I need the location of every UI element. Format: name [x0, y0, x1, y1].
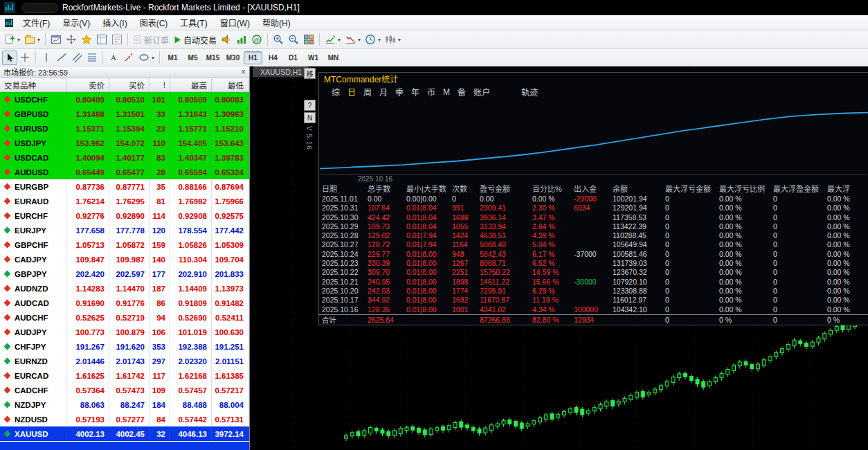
timeframe-mn[interactable]: MN	[324, 51, 343, 64]
menu-item-view[interactable]: 显示(V)	[56, 15, 96, 30]
auto-trading-button[interactable]: 自动交易	[171, 33, 219, 47]
market-watch-row[interactable]: XAUUSD4002.134002.45324046.133972.14	[0, 426, 249, 441]
stats-row[interactable]: 2025.10.29109.730.01|8.0410553133.942.84…	[319, 222, 868, 231]
channel-button[interactable]	[69, 51, 84, 65]
stats-tab-月[interactable]: 月	[379, 86, 388, 98]
objects-button[interactable]: ▾	[343, 33, 363, 47]
mw-column-header-3[interactable]: !	[150, 78, 170, 91]
favorites-button[interactable]	[79, 33, 94, 47]
market-watch-row[interactable]: GBPCHF1.057131.058721591.058261.05309	[0, 237, 249, 252]
menu-item-tools[interactable]: 工具(T)	[174, 15, 213, 30]
stats-row[interactable]: 2025.10.31107.640.01|8.049912909.412.30 …	[319, 204, 868, 213]
zoom-out-button[interactable]	[286, 33, 301, 47]
mw-column-header-4[interactable]: 最高	[170, 78, 212, 91]
stats-tab-M[interactable]: M	[443, 87, 450, 97]
stats-tab-日[interactable]: 日	[347, 86, 356, 98]
new-order-button[interactable]: ▾	[2, 33, 22, 47]
timeframe-m5[interactable]: M5	[183, 51, 202, 64]
menu-item-charts[interactable]: 图表(C)	[134, 15, 174, 30]
market-watch-row[interactable]: AUDUSD0.654490.65477280.655940.65324	[0, 165, 249, 179]
timeframe-h4[interactable]: H4	[264, 51, 282, 64]
stats-row[interactable]: 2025.10.22309.700.01|8.00225115750.2214.…	[319, 268, 868, 277]
market-watch-row[interactable]: EURNZD2.014462.017432972.023202.01151	[0, 354, 249, 368]
chart-tab-xauusd[interactable]: XAUUSD,H1	[253, 66, 309, 77]
menu-item-window[interactable]: 窗口(W)	[214, 15, 256, 30]
market-watch-row[interactable]: USDJPY153.962154.072110154.405153.643	[0, 136, 249, 150]
text-button[interactable]: A	[106, 51, 121, 65]
new-chart-button[interactable]	[48, 33, 64, 47]
stats-tab-周[interactable]: 周	[363, 86, 372, 98]
stats-row[interactable]: 2025.10.20242.030.01|8.0017747295.916.29…	[319, 287, 868, 296]
profiles-button[interactable]: ▾	[22, 33, 42, 47]
market-watch-row[interactable]: USDCAD1.400941.40177831.403471.39783	[0, 150, 249, 165]
stats-row[interactable]: 2025.10.27128.720.01|7.9411645068.485.04…	[319, 240, 868, 249]
tile-windows-button[interactable]	[301, 33, 316, 47]
stats-row[interactable]: 2025.10.28129.020.01|7.9414244638.514.39…	[319, 231, 868, 240]
menu-item-insert[interactable]: 插入(I)	[96, 15, 133, 30]
market-watch-button[interactable]	[94, 33, 109, 47]
indicators-button[interactable]: ▾	[323, 33, 343, 47]
mw-column-header-0[interactable]: 交易品种	[0, 78, 66, 91]
market-watch-row[interactable]: CADCHF0.573640.574731090.574570.57217	[0, 383, 249, 397]
close-icon[interactable]: ×	[241, 68, 246, 76]
market-watch-row[interactable]: USDCHF0.804090.805101010.805090.80083	[0, 92, 249, 107]
stats-tab-季[interactable]: 季	[395, 86, 404, 98]
market-watch-row[interactable]: AUDCHF0.526250.52719940.526900.52411	[0, 310, 249, 325]
mw-column-header-1[interactable]: 卖价	[66, 78, 109, 91]
templates-button[interactable]: ▾	[383, 33, 403, 47]
timeframe-w1[interactable]: W1	[304, 51, 323, 64]
stats-tab-备[interactable]: 备	[458, 86, 466, 98]
market-watch-row[interactable]: EURAUD1.762141.76295811.769821.75966	[0, 194, 249, 208]
stats-tab-币[interactable]: 币	[427, 86, 435, 98]
ea-n-button[interactable]: N	[304, 112, 316, 123]
stats-row[interactable]: 2025.10.21240.950.01|8.00189814611.2215.…	[319, 278, 868, 287]
timeframe-m1[interactable]: M1	[163, 51, 182, 64]
market-watch-row[interactable]: EURJPY177.658177.778120178.554177.442	[0, 223, 249, 237]
navigator-button[interactable]	[64, 33, 79, 47]
stats-row[interactable]: 2025.10.23230.390.01|8.0012678068.716.52…	[319, 259, 868, 268]
terminal-button[interactable]	[234, 33, 249, 47]
stats-tab-综[interactable]: 综	[332, 86, 340, 98]
fibonacci-button[interactable]	[84, 51, 100, 65]
stats-row[interactable]: 2025.10.16128.350.01|8.0010014341.024.34…	[319, 305, 868, 314]
stats-row[interactable]: 2025.10.17344.920.01|8.00169211670.8711.…	[319, 296, 868, 305]
shapes-button[interactable]: ▾	[136, 51, 156, 65]
menu-item-file[interactable]: 文件(F)	[17, 15, 56, 30]
market-watch-row[interactable]: GBPUSD1.314681.31501331.316431.30963	[0, 107, 249, 121]
community-button[interactable]: @	[249, 33, 264, 47]
market-watch-row[interactable]: GBPJPY202.420202.597177202.910201.833	[0, 267, 249, 281]
crosshair-button[interactable]	[17, 51, 33, 65]
data-window-button[interactable]	[109, 33, 125, 47]
ea-help-button[interactable]: ?	[304, 100, 316, 111]
stats-row[interactable]: 2025.10.30424.420.01|8.0416883936.143.47…	[319, 213, 868, 222]
market-watch-row[interactable]: AUDCAD0.916900.91776860.918090.91482	[0, 296, 249, 310]
market-watch-row[interactable]: NZDJPY88.06388.24718488.48888.004	[0, 397, 249, 412]
mw-column-header-2[interactable]: 买价	[109, 78, 150, 91]
stats-tab-年[interactable]: 年	[411, 86, 419, 98]
timeframe-m15[interactable]: M15	[204, 51, 222, 64]
timeframe-m30[interactable]: M30	[224, 51, 242, 64]
stats-tab-账户[interactable]: 账户	[473, 86, 490, 98]
trendline-button[interactable]	[54, 51, 69, 65]
alerts-button[interactable]	[219, 33, 234, 47]
stats-row[interactable]: 2025.10.24229.770.01|8.009485842.436.17 …	[319, 250, 868, 259]
zoom-in-button[interactable]	[271, 33, 286, 47]
market-watch-row[interactable]: EURCHF0.927760.928901140.929080.92575	[0, 208, 249, 223]
stats-tab-轨迹[interactable]: 轨迹	[521, 86, 538, 98]
period-button[interactable]: ▾	[363, 33, 383, 47]
chart-area[interactable]: XAUUSD,H1 移?N V 5.16 MTCommander统计 综日周月季…	[250, 66, 868, 450]
market-watch-row[interactable]: EURGBP0.877360.87771350.881660.87694	[0, 179, 249, 194]
mw-column-header-5[interactable]: 最低	[212, 78, 248, 91]
timeframe-d1[interactable]: D1	[284, 51, 302, 64]
market-watch-row[interactable]: NZDUSD0.571930.57277840.574420.57131	[0, 412, 249, 426]
market-watch-row[interactable]: AUDJPY100.773100.879106101.019100.630	[0, 325, 249, 339]
arrows-button[interactable]	[121, 51, 136, 65]
market-watch-row[interactable]: AUDNZD1.142831.144701871.144091.13973	[0, 281, 249, 296]
market-watch-row[interactable]: CADJPY109.847109.987140110.304109.704	[0, 252, 249, 267]
market-watch-row[interactable]: EURCAD1.616251.617421171.621681.61385	[0, 368, 249, 383]
vertical-line-button[interactable]	[39, 51, 54, 65]
menu-item-help[interactable]: 帮助(H)	[256, 15, 297, 30]
ea-move-button[interactable]: 移	[304, 68, 316, 79]
stats-row[interactable]: 2025.11.010.000.00|0.0000.000.00 %-29000…	[319, 195, 868, 204]
cursor-button[interactable]	[2, 51, 17, 65]
